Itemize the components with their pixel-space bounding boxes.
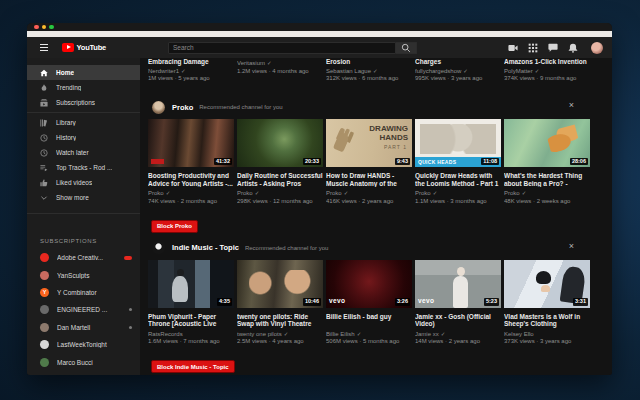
video-title[interactable]: What's the Hardest Thing about Being a P… [504, 172, 590, 187]
video-thumbnail[interactable]: vevo 5:23 [415, 260, 501, 308]
channel-avatar [40, 340, 49, 349]
vevo-watermark: vevo [329, 298, 345, 305]
section-channel-name[interactable]: Indie Music - Topic [172, 243, 239, 252]
search-button[interactable] [396, 42, 417, 54]
close-icon[interactable]: × [569, 242, 574, 251]
video-title[interactable]: Daily Routine of Successful Artists - As… [237, 172, 323, 187]
block-channel-button[interactable]: Block Proko [151, 220, 198, 233]
channel-avatar [40, 358, 49, 367]
video-thumbnail[interactable]: 20:33 [237, 119, 323, 167]
sidebar-item-liked-videos[interactable]: Liked videos [27, 175, 140, 190]
sidebar-item-trending[interactable]: Trending [27, 80, 140, 95]
video-title[interactable]: Jamie xx - Gosh (Official Video) [415, 313, 501, 328]
video-card[interactable]: 3:31 Vlad Masters is a Wolf in Sheep's C… [504, 260, 590, 345]
video-title[interactable]: Boosting Productivity and Advice for You… [148, 172, 234, 187]
minimize-window-button[interactable] [42, 25, 47, 30]
video-card[interactable]: vevo 5:23 Jamie xx - Gosh (Official Vide… [415, 260, 501, 345]
video-card[interactable]: QUICK HEADS 11:08 Quickly Draw Heads wit… [415, 119, 501, 204]
sidebar-item-watch-later[interactable]: Watch later [27, 145, 140, 160]
video-thumbnail[interactable]: vevo 3:26 [326, 260, 412, 308]
sidebar-item-top-tracks-rod[interactable]: Top Tracks - Rod ... [27, 160, 140, 175]
youtube-header: YouTube [27, 37, 612, 58]
channel-avatar[interactable] [152, 241, 165, 254]
sidebar-item-subscriptions[interactable]: Subscriptions [27, 95, 140, 110]
video-channel[interactable]: Proko✓ [148, 190, 234, 196]
sidebar-item-show-more[interactable]: Show more [27, 190, 140, 205]
channel-avatar [40, 271, 49, 280]
subscription-item-engineered[interactable]: ENGINEERED ... [27, 301, 140, 318]
video-channel[interactable]: Sebastian Lague✓ [326, 68, 412, 74]
video-channel[interactable]: Kelsey Ello [504, 331, 590, 337]
search-input[interactable] [168, 42, 396, 54]
video-card[interactable]: 4:35 Phum Viphurit - Paper Throne [Acous… [148, 260, 234, 345]
video-thumbnail[interactable]: 10:46 [237, 260, 323, 308]
search-icon [401, 43, 411, 53]
video-card[interactable]: 20:33 Daily Routine of Successful Artist… [237, 119, 323, 204]
sidebar-item-library[interactable]: Library [27, 115, 140, 130]
channel-avatar[interactable] [152, 101, 165, 114]
video-thumbnail[interactable]: 28:06 [504, 119, 590, 167]
section-header: Indie Music - Topic Recommended channel … [152, 241, 612, 255]
video-channel[interactable]: Veritasium✓ [237, 60, 323, 66]
video-card[interactable]: 10:46 twenty one pilots: Ride Swap with … [237, 260, 323, 345]
video-title[interactable]: How to Draw HANDS - Muscle Anatomy of th… [326, 172, 412, 187]
subscription-item-y-combinator[interactable]: Y Y Combinator [27, 284, 140, 301]
sidebar-item-history[interactable]: History [27, 130, 140, 145]
youtube-logo[interactable]: YouTube [62, 43, 106, 52]
video-card[interactable]: Amazons 1-Click Invention PolyMatter✓ 37… [504, 58, 590, 81]
close-icon[interactable]: × [569, 101, 574, 110]
video-card[interactable]: vevo 3:26 Billie Eilish - bad guy Billie… [326, 260, 412, 345]
video-title[interactable]: Phum Viphurit - Paper Throne [Acoustic L… [148, 313, 234, 328]
menu-icon[interactable] [40, 44, 48, 51]
video-channel[interactable]: Proko✓ [237, 190, 323, 196]
video-channel[interactable]: Nerdwriter1✓ [148, 68, 234, 74]
verified-icon: ✓ [441, 331, 446, 337]
video-title[interactable]: Vlad Masters is a Wolf in Sheep's Clothi… [504, 313, 590, 328]
block-channel-button[interactable]: Block Indie Music - Topic [151, 360, 235, 373]
video-channel[interactable]: PolyMatter✓ [504, 68, 590, 74]
video-channel[interactable]: RatsRecords [148, 331, 234, 337]
video-card[interactable]: Charges fullychargedshow✓ 995K views · 3… [415, 58, 501, 81]
video-title[interactable]: Billie Eilish - bad guy [326, 313, 412, 328]
video-thumbnail[interactable]: DRAWING HANDS PART 1 9:43 [326, 119, 412, 167]
subscription-item-adobe-creativ[interactable]: Adobe Creativ... [27, 249, 140, 266]
section-channel-name[interactable]: Proko [172, 103, 193, 112]
subscription-item-yansculpts[interactable]: YanSculpts [27, 266, 140, 283]
video-channel[interactable]: fullychargedshow✓ [415, 68, 501, 74]
apps-grid-icon[interactable] [528, 43, 538, 53]
video-thumbnail[interactable]: 41:32 [148, 119, 234, 167]
video-card[interactable]: 41:32 Boosting Productivity and Advice f… [148, 119, 234, 204]
video-channel[interactable]: Billie Eilish✓ [326, 331, 412, 337]
subscription-item-lastweektonight[interactable]: LastWeekTonight [27, 336, 140, 353]
live-badge [124, 256, 132, 260]
video-title[interactable]: Quickly Draw Heads with the Loomis Metho… [415, 172, 501, 187]
video-title[interactable]: Erosion [326, 58, 412, 66]
video-channel[interactable]: twenty one pilots✓ [237, 331, 323, 337]
sidebar-item-home[interactable]: Home [27, 65, 140, 80]
video-upload-icon[interactable] [508, 43, 518, 53]
messages-icon[interactable] [548, 43, 558, 53]
video-card[interactable]: Veritasium✓ 1.2M views · 4 months ago [237, 58, 323, 81]
video-thumbnail[interactable]: 4:35 [148, 260, 234, 308]
video-title[interactable]: Embracing Damage [148, 58, 234, 66]
video-thumbnail[interactable]: 3:31 [504, 260, 590, 308]
video-card[interactable]: DRAWING HANDS PART 1 9:43 How to Draw HA… [326, 119, 412, 204]
video-title[interactable]: Charges [415, 58, 501, 66]
zoom-window-button[interactable] [49, 25, 54, 30]
home-icon [40, 69, 48, 77]
video-thumbnail[interactable]: QUICK HEADS 11:08 [415, 119, 501, 167]
video-card[interactable]: Erosion Sebastian Lague✓ 312K views · 6 … [326, 58, 412, 81]
video-title[interactable]: twenty one pilots: Ride Swap with Vinyl … [237, 313, 323, 328]
close-window-button[interactable] [34, 25, 39, 30]
video-title[interactable]: Amazons 1-Click Invention [504, 58, 590, 66]
video-channel[interactable]: Jamie xx✓ [415, 331, 501, 337]
subscription-item-marco-bucci[interactable]: Marco Bucci [27, 353, 140, 370]
video-card[interactable]: Embracing Damage Nerdwriter1✓ 1M views ·… [148, 58, 234, 81]
subscription-item-dan-martell[interactable]: Dan Martell [27, 319, 140, 336]
video-card[interactable]: 28:06 What's the Hardest Thing about Bei… [504, 119, 590, 204]
video-channel[interactable]: Proko✓ [504, 190, 590, 196]
user-avatar[interactable] [591, 42, 603, 54]
notifications-icon[interactable] [568, 43, 578, 53]
video-channel[interactable]: Proko✓ [326, 190, 412, 196]
video-channel[interactable]: Proko✓ [415, 190, 501, 196]
